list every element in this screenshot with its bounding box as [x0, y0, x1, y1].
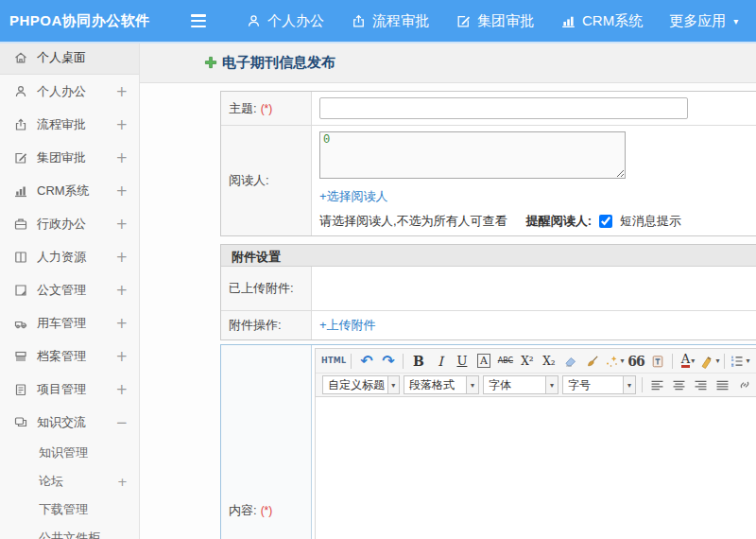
sidebar-item-hr[interactable]: 人力资源 + [0, 240, 139, 273]
unordered-list-button[interactable] [751, 351, 756, 371]
edit-icon [13, 150, 28, 165]
subject-input[interactable] [319, 97, 688, 119]
sidebar-item-group-approval[interactable]: 集团审批 + [0, 141, 139, 174]
sidebar-item-admin-office[interactable]: 行政办公 + [0, 207, 139, 240]
align-justify-icon [715, 380, 730, 391]
sidebar-subitem-forum[interactable]: 论坛 + [0, 467, 139, 496]
collapse-icon[interactable]: − [115, 414, 128, 431]
italic-button[interactable]: I [430, 351, 450, 371]
expand-icon[interactable]: + [115, 348, 128, 365]
nav-workflow-approval[interactable]: 流程审批 [351, 12, 429, 30]
highlight-color-button[interactable]: ▾ [699, 351, 719, 371]
clipboard-icon [13, 382, 28, 397]
nav-group-approval[interactable]: 集团审批 [455, 12, 534, 30]
sidebar-subitem-public-cabinet[interactable]: 公共文件柜 [0, 524, 139, 539]
editor-content-area[interactable] [315, 397, 756, 539]
sidebar-item-document-mgmt[interactable]: 公文管理 + [0, 273, 139, 306]
paste-button[interactable] [647, 351, 667, 371]
select-readers-link[interactable]: +选择阅读人 [319, 188, 388, 205]
expand-icon[interactable]: + [115, 183, 128, 200]
caret-down-icon: ▾ [387, 376, 400, 393]
sidebar-subitem-knowledge-mgmt[interactable]: 知识管理 [0, 439, 139, 467]
app-logo: PHPOA协同办公软件 [0, 12, 185, 30]
font-color-button[interactable]: A▾ [678, 351, 697, 371]
expand-icon[interactable]: + [115, 249, 128, 266]
expand-icon[interactable]: + [115, 381, 128, 398]
sidebar-item-crm[interactable]: CRM系统 + [0, 174, 139, 207]
redo-button[interactable]: ↷ [378, 351, 398, 371]
readers-row: 阅读人: 0 +选择阅读人 请选择阅读人,不选为所有人可查看 提醒阅读人: 短消… [221, 125, 756, 235]
clipboard-icon [650, 354, 665, 369]
person-icon [246, 13, 262, 29]
expand-icon[interactable]: + [115, 216, 128, 233]
bar-chart-icon [560, 13, 576, 29]
expand-icon[interactable]: + [115, 83, 128, 100]
broom-icon [585, 354, 600, 369]
car-icon [13, 316, 28, 331]
remove-format-button[interactable] [582, 351, 602, 371]
caret-down-icon: ▾ [545, 376, 558, 393]
subscript-button[interactable]: X₂ [539, 351, 558, 371]
ordered-list-icon [730, 354, 745, 369]
add-icon [204, 56, 218, 70]
attachment-section-title: 附件设置 [221, 245, 756, 267]
briefcase-icon [13, 217, 28, 232]
nav-crm[interactable]: CRM系统 [560, 12, 643, 30]
required-mark: (*) [261, 504, 273, 517]
eraser-button[interactable] [560, 351, 580, 371]
bold-button[interactable]: B [408, 351, 428, 371]
paragraph-combo[interactable]: 段落格式▾ [404, 375, 479, 394]
align-justify-button[interactable] [713, 375, 732, 395]
menu-icon[interactable] [191, 14, 210, 27]
sidebar-item-workflow-approval[interactable]: 流程审批 + [0, 108, 139, 141]
font-family-combo[interactable]: 字体▾ [483, 375, 558, 394]
caret-down-icon: ▾ [715, 356, 719, 365]
ordered-list-button[interactable]: ▾ [730, 351, 749, 371]
content-label: 内容: [229, 502, 257, 519]
char-border-button[interactable]: A [473, 351, 493, 371]
expand-icon[interactable]: + [115, 149, 128, 166]
sidebar-item-archive-mgmt[interactable]: 档案管理 + [0, 339, 139, 373]
align-right-button[interactable] [691, 375, 711, 395]
nav-personal-office[interactable]: 个人办公 [246, 12, 324, 30]
html-source-button[interactable]: HTML [321, 351, 346, 371]
superscript-button[interactable]: X² [517, 351, 537, 371]
subject-label: 主题: [229, 100, 257, 117]
editor-cell: HTML ↶ ↷ B I U A ABC X² X₂ [312, 345, 756, 539]
content-table: 内容: (*) HTML ↶ ↷ B I U [220, 344, 756, 539]
caret-down-icon: ▾ [733, 16, 738, 26]
header-divider [0, 42, 756, 43]
align-center-button[interactable] [669, 375, 689, 395]
nav-more-apps[interactable]: 更多应用 ▾ [669, 12, 738, 30]
sidebar-item-personal-office[interactable]: 个人办公 + [0, 75, 139, 108]
page-title-bar: 电子期刊信息发布 [140, 43, 756, 83]
expand-icon[interactable]: + [115, 116, 128, 133]
caret-down-icon: ▾ [746, 356, 749, 365]
align-left-button[interactable] [647, 375, 667, 395]
underline-button[interactable]: U [452, 351, 472, 371]
undo-button[interactable]: ↶ [356, 351, 376, 371]
sidebar-item-project-mgmt[interactable]: 项目管理 + [0, 373, 139, 406]
caret-down-icon: ▾ [691, 356, 695, 365]
sidebar-item-vehicle-mgmt[interactable]: 用车管理 + [0, 306, 139, 339]
main-content: 电子期刊信息发布 主题: (*) 阅读人: 0 +选择阅读人 [140, 43, 756, 539]
heading-combo[interactable]: 自定义标题▾ [322, 375, 400, 394]
sidebar-subitem-download-mgmt[interactable]: 下载管理 [0, 496, 139, 524]
readers-textarea[interactable]: 0 [319, 131, 626, 179]
expand-icon[interactable]: + [117, 475, 128, 489]
attachment-action-label: 附件操作: [229, 317, 282, 334]
expand-icon[interactable]: + [115, 282, 128, 299]
font-size-combo[interactable]: 字号▾ [562, 375, 636, 394]
workflow-icon [13, 117, 28, 132]
insert-link-button[interactable] [734, 375, 754, 395]
publish-form: 主题: (*) 阅读人: 0 +选择阅读人 请选择阅读人,不选为所有人可查看 提… [220, 91, 756, 539]
sidebar-item-knowledge[interactable]: 知识交流 − [0, 406, 139, 439]
auto-typeset-button[interactable]: ▾ [604, 351, 624, 371]
archive-icon [13, 349, 28, 364]
upload-attachment-link[interactable]: +上传附件 [319, 317, 376, 334]
expand-icon[interactable]: + [115, 315, 128, 332]
blockquote-button[interactable]: 66 [626, 351, 645, 371]
sms-checkbox[interactable] [599, 215, 612, 228]
sidebar-item-desktop[interactable]: 个人桌面 [0, 42, 139, 75]
strikethrough-button[interactable]: ABC [495, 351, 515, 371]
